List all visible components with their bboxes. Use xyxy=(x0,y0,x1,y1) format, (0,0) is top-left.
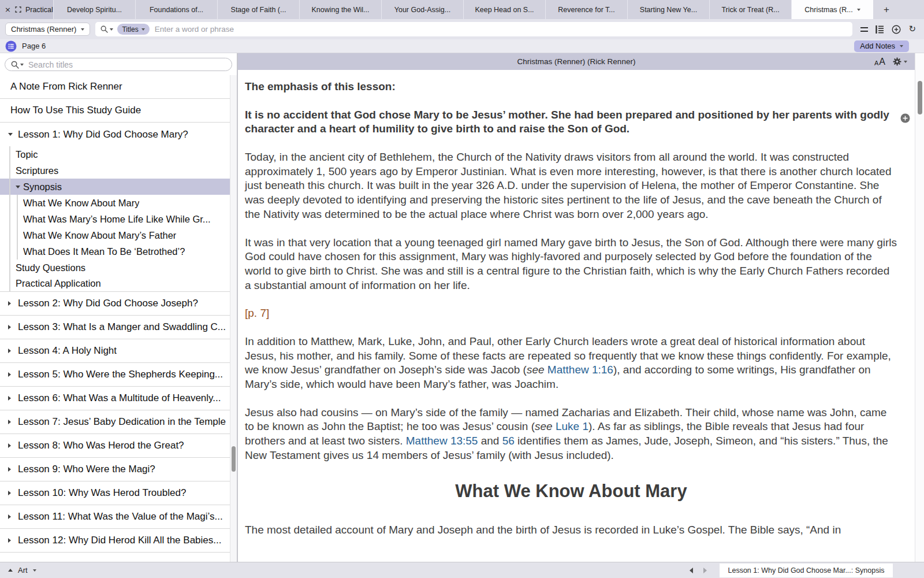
outline-icon[interactable] xyxy=(875,25,884,34)
add-notes-label: Add Notes xyxy=(860,42,895,50)
sidebar-scrollbar-thumb[interactable] xyxy=(232,446,236,472)
add-notes-button[interactable]: Add Notes xyxy=(854,40,909,52)
chevron-right-icon[interactable] xyxy=(8,443,18,448)
toc-item[interactable]: Lesson 5: Who Were the Shepherds Keeping… xyxy=(0,363,237,387)
toc-item[interactable]: What We Know About Mary’s Father xyxy=(0,227,237,243)
chevron-down-icon[interactable] xyxy=(8,133,18,136)
toc-item[interactable]: Lesson 8: Who Was Herod the Great? xyxy=(0,434,237,458)
reader-scrollbar-track[interactable] xyxy=(915,53,924,562)
section-heading: What We Know About Mary xyxy=(245,480,897,503)
toc-item-synopsis-selected[interactable]: Synopsis xyxy=(0,179,237,195)
tab-item[interactable]: Keep Head on S... xyxy=(463,0,545,19)
reader-scrollbar-thumb[interactable] xyxy=(918,81,922,114)
forward-arrow-icon[interactable] xyxy=(703,568,707,573)
chevron-right-icon[interactable] xyxy=(8,514,18,519)
paragraph: In addition to Matthew, Mark, Luke, John… xyxy=(245,335,897,392)
location-indicator[interactable]: Lesson 1: Why Did God Choose Mar...: Syn… xyxy=(720,564,893,577)
tab-item[interactable]: Trick or Treat (R... xyxy=(709,0,791,19)
search-input[interactable] xyxy=(154,24,848,34)
toc-item[interactable]: A Note From Rick Renner xyxy=(0,75,237,99)
toc-item[interactable]: Scriptures xyxy=(0,162,237,179)
back-arrow-icon[interactable] xyxy=(690,568,693,573)
scripture-link[interactable]: Matthew 13:55 xyxy=(406,435,478,447)
reader-title: Christmas (Renner) (Rick Renner) xyxy=(517,57,636,66)
sidebar-search-box[interactable] xyxy=(5,58,232,71)
art-selector[interactable]: Art xyxy=(8,566,36,575)
toc-item[interactable]: What Does It Mean To Be ‘Betrothed’? xyxy=(0,243,237,260)
toc-item[interactable]: Lesson 6: What Was a Multitude of Heaven… xyxy=(0,387,237,410)
chevron-down-icon xyxy=(20,64,24,66)
toc-item-label: Scriptures xyxy=(16,165,58,176)
chevron-right-icon[interactable] xyxy=(8,372,18,377)
search-scope-pill[interactable]: Titles xyxy=(117,24,149,35)
tab-item[interactable]: Foundations of... xyxy=(135,0,217,19)
sidebar-search-input[interactable] xyxy=(27,60,226,70)
chevron-right-icon[interactable] xyxy=(8,325,18,329)
toc-item[interactable]: Lesson 4: A Holy Night xyxy=(0,339,237,363)
settings-menu[interactable] xyxy=(893,57,907,66)
toc-item[interactable]: How To Use This Study Guide xyxy=(0,99,237,123)
toc-item[interactable]: Practical Application xyxy=(0,276,237,292)
toc-item-label: Lesson 6: What Was a Multitude of Heaven… xyxy=(18,392,221,404)
toc-item[interactable]: Study Questions xyxy=(0,260,237,276)
toc-item[interactable]: Lesson 12: Why Did Herod Kill All the Ba… xyxy=(0,529,237,553)
toc-item-label: Lesson 12: Why Did Herod Kill All the Ba… xyxy=(18,535,221,546)
tab-label: Stage of Faith (... xyxy=(231,6,286,14)
close-icon[interactable]: × xyxy=(5,6,11,13)
chevron-right-icon[interactable] xyxy=(8,301,18,306)
tab-item[interactable]: Your God-Assig... xyxy=(381,0,463,19)
circle-plus-icon[interactable] xyxy=(892,25,901,34)
table-of-contents-icon[interactable] xyxy=(5,40,17,52)
toc-item-label: What Does It Mean To Be ‘Betrothed’? xyxy=(23,246,185,257)
resource-selector-dropdown[interactable]: Christmas (Renner) xyxy=(5,23,90,36)
chevron-right-icon[interactable] xyxy=(8,396,18,401)
tab-item[interactable]: Stage of Faith (... xyxy=(217,0,299,19)
scripture-link[interactable]: 56 xyxy=(502,435,515,447)
toc-item-label: Practical Application xyxy=(16,278,101,289)
toc-item-label: Lesson 10: Why Was Herod Troubled? xyxy=(18,487,186,499)
new-tab-button[interactable]: + xyxy=(873,0,900,19)
chevron-right-icon[interactable] xyxy=(8,538,18,543)
tab-item[interactable]: Starting New Ye... xyxy=(627,0,709,19)
tab-label: Reverence for T... xyxy=(558,6,614,14)
expand-icon[interactable] xyxy=(15,6,21,13)
chevron-right-icon[interactable] xyxy=(8,420,18,424)
toc-item-lesson-1[interactable]: Lesson 1: Why Did God Choose Mary? xyxy=(0,123,237,146)
toc-item[interactable]: Lesson 11: What Was the Value of the Mag… xyxy=(0,505,237,529)
search-field[interactable]: Titles xyxy=(95,22,852,36)
page-marker: [p. 7] xyxy=(245,306,897,321)
toc-item[interactable]: Lesson 7: Jesus’ Baby Dedication in the … xyxy=(0,410,237,434)
reader-content: The emphasis of this lesson: It is no ac… xyxy=(238,70,915,562)
toc-item[interactable]: Lesson 3: What Is a Manger and Swaddling… xyxy=(0,316,237,339)
emphasis-heading: The emphasis of this lesson: xyxy=(245,80,897,94)
paragraph: The most detailed account of Mary and Jo… xyxy=(245,523,897,538)
toc-item-label: Lesson 3: What Is a Manger and Swaddling… xyxy=(18,321,226,333)
tab-item-active[interactable]: Christmas (R... xyxy=(791,0,873,19)
toc-item[interactable]: Lesson 9: Who Were the Magi? xyxy=(0,458,237,481)
toc-item[interactable]: Lesson 10: Why Was Herod Troubled? xyxy=(0,481,237,505)
tab-item[interactable]: Reverence for T... xyxy=(545,0,627,19)
toc-item[interactable]: What We Know About Mary xyxy=(0,195,237,211)
toc-item[interactable]: Topic xyxy=(0,146,237,162)
table-of-contents-sidebar: A Note From Rick Renner How To Use This … xyxy=(0,53,238,562)
tab-item[interactable]: Develop Spiritu... xyxy=(53,0,135,19)
text-size-icon[interactable]: AA xyxy=(874,57,885,66)
chevron-right-icon[interactable] xyxy=(8,349,18,353)
reader-header: Christmas (Renner) (Rick Renner) AA xyxy=(238,53,915,70)
scripture-link[interactable]: Luke 1 xyxy=(556,420,588,432)
search-icon[interactable] xyxy=(100,25,113,33)
chevron-right-icon[interactable] xyxy=(8,467,18,472)
gear-icon xyxy=(893,57,901,66)
chevron-down-icon[interactable] xyxy=(16,186,23,188)
parallel-resources-icon[interactable] xyxy=(860,27,868,32)
toc-item[interactable]: Lesson 2: Why Did God Choose Joseph? xyxy=(0,292,237,316)
tab-item[interactable]: Knowing the Wil... xyxy=(299,0,381,19)
pinned-tab-practical[interactable]: × Practical xyxy=(0,0,53,19)
toc-item[interactable]: What Was Mary’s Home Life Like While Gr.… xyxy=(0,211,237,227)
sync-icon[interactable]: ↻ xyxy=(908,25,916,34)
chevron-right-icon[interactable] xyxy=(8,491,18,495)
note-anchor-icon[interactable] xyxy=(900,113,910,127)
sidebar-scrollbar-track[interactable] xyxy=(230,75,237,562)
scripture-link[interactable]: Matthew 1:16 xyxy=(547,364,613,376)
toc-item-label: A Note From Rick Renner xyxy=(10,81,122,92)
